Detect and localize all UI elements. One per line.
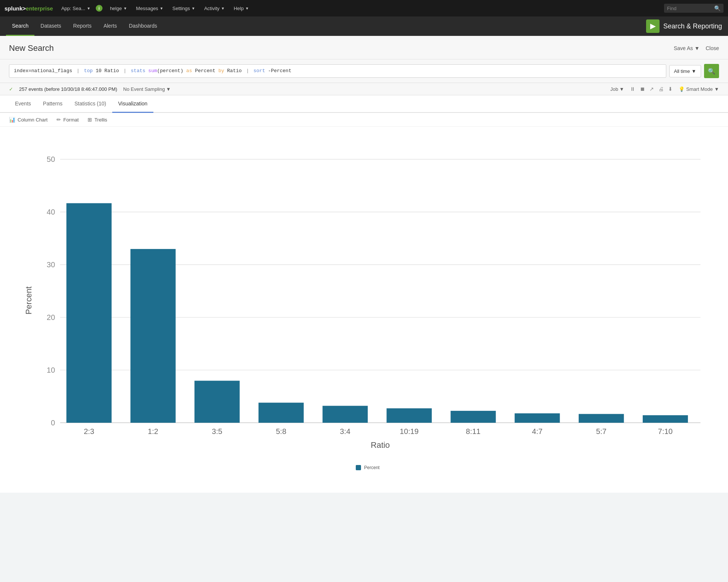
settings-menu[interactable]: Settings ▼ — [169, 0, 199, 16]
page-content: New Search Save As ▼ Close index=nationa… — [0, 36, 728, 493]
app-arrow-icon: ▶ — [650, 22, 655, 30]
time-caret-icon: ▼ — [691, 68, 696, 74]
svg-text:5:8: 5:8 — [276, 427, 286, 435]
legend-label: Percent — [364, 465, 379, 470]
status-bar: ✓ 257 events (before 10/30/18 8:46:47.00… — [0, 83, 728, 95]
page-title: New Search — [9, 43, 674, 53]
smart-mode-caret-icon: ▼ — [714, 86, 719, 92]
tab-patterns[interactable]: Patterns — [37, 95, 68, 113]
tab-events[interactable]: Events — [9, 95, 37, 113]
search-button[interactable]: 🔍 — [704, 64, 719, 78]
search-magnifier-icon: 🔍 — [708, 68, 715, 75]
app-title: Search & Reporting — [663, 22, 722, 30]
svg-text:3:4: 3:4 — [340, 427, 351, 435]
sampling-caret-icon: ▼ — [166, 86, 171, 92]
format-icon: ✏ — [56, 117, 61, 123]
logo[interactable]: splunk>enterprise — [4, 5, 53, 12]
svg-text:1:2: 1:2 — [148, 427, 158, 435]
bar-4-7 — [515, 413, 560, 423]
svg-text:10: 10 — [47, 366, 55, 374]
chart-type-selector[interactable]: 📊 Column Chart — [9, 117, 48, 123]
logo-enterprise: enterprise — [26, 5, 53, 12]
smart-mode-icon: 💡 — [679, 86, 685, 92]
format-button[interactable]: ✏ Format — [56, 117, 79, 123]
column-chart: Percent 50 40 30 20 10 0 — [22, 134, 713, 461]
svg-text:2:3: 2:3 — [84, 427, 94, 435]
messages-menu[interactable]: Messages ▼ — [132, 0, 167, 16]
chart-svg-wrapper: Percent 50 40 30 20 10 0 — [22, 134, 713, 461]
tabs-bar: Events Patterns Statistics (10) Visualiz… — [0, 95, 728, 113]
svg-text:4:7: 4:7 — [532, 427, 542, 435]
bar-5-8 — [259, 403, 304, 423]
app-caret-icon: ▼ — [87, 6, 91, 10]
event-sampling-dropdown[interactable]: No Event Sampling ▼ — [123, 86, 171, 92]
find-search-icon: 🔍 — [714, 5, 721, 11]
second-navigation: Search Datasets Reports Alerts Dashboard… — [0, 16, 728, 36]
svg-text:5:7: 5:7 — [596, 427, 606, 435]
status-action-icons: ⏸ ⏹ ↗ 🖨 ⬇ — [630, 86, 673, 92]
activity-caret-icon: ▼ — [221, 6, 225, 10]
tab-statistics[interactable]: Statistics (10) — [68, 95, 112, 113]
smart-mode-selector[interactable]: 💡 Smart Mode ▼ — [679, 86, 719, 92]
search-bar-area: index=national_flags | top 10 Ratio | st… — [0, 59, 728, 83]
page-header: New Search Save As ▼ Close — [0, 36, 728, 59]
help-caret-icon: ▼ — [245, 6, 249, 10]
app-badge: ▶ Search & Reporting — [646, 19, 722, 33]
find-input[interactable] — [667, 6, 712, 11]
status-check-icon: ✓ — [9, 86, 13, 92]
help-menu[interactable]: Help ▼ — [230, 0, 253, 16]
top-navigation: splunk>enterprise App: Sea... ▼ i helge … — [0, 0, 728, 16]
svg-text:3:5: 3:5 — [212, 427, 222, 435]
svg-text:30: 30 — [47, 261, 55, 269]
legend-color-swatch — [356, 465, 361, 470]
search-input-wrapper[interactable]: index=national_flags | top 10 Ratio | st… — [9, 64, 666, 78]
nav-item-datasets[interactable]: Datasets — [34, 16, 67, 36]
nav-items: Search Datasets Reports Alerts Dashboard… — [6, 16, 646, 36]
print-icon[interactable]: 🖨 — [658, 86, 664, 92]
app-icon: ▶ — [646, 19, 660, 33]
save-as-button[interactable]: Save As ▼ — [674, 45, 700, 51]
logo-splunk: splunk>enterprise — [4, 5, 53, 12]
tab-visualization[interactable]: Visualization — [112, 95, 153, 113]
x-axis-label: Ratio — [371, 440, 390, 450]
job-caret-icon: ▼ — [619, 86, 624, 92]
bar-5-7 — [579, 414, 624, 422]
app-selector[interactable]: App: Sea... ▼ — [58, 0, 94, 16]
trellis-icon: ⊞ — [88, 117, 92, 123]
stop-icon[interactable]: ⏹ — [640, 86, 645, 92]
svg-text:0: 0 — [51, 419, 55, 427]
info-icon[interactable]: i — [96, 5, 103, 12]
bar-2-3 — [66, 203, 111, 423]
column-chart-icon: 📊 — [9, 117, 15, 123]
chart-legend: Percent — [22, 465, 713, 470]
y-axis-label: Percent — [24, 286, 33, 314]
nav-item-alerts[interactable]: Alerts — [98, 16, 123, 36]
find-search-box[interactable]: 🔍 — [664, 4, 724, 13]
nav-item-search[interactable]: Search — [6, 16, 34, 36]
svg-text:10:19: 10:19 — [400, 427, 419, 435]
user-caret-icon: ▼ — [123, 6, 127, 10]
share-icon[interactable]: ↗ — [649, 86, 654, 92]
bar-10-19 — [386, 408, 432, 423]
bar-3-5 — [195, 381, 240, 423]
header-actions: Save As ▼ Close — [674, 45, 719, 51]
trellis-button[interactable]: ⊞ Trellis — [88, 117, 107, 123]
svg-text:8:11: 8:11 — [466, 427, 480, 435]
time-range-picker[interactable]: All time ▼ — [669, 65, 701, 77]
nav-item-reports[interactable]: Reports — [67, 16, 98, 36]
viz-toolbar: 📊 Column Chart ✏ Format ⊞ Trellis — [0, 113, 728, 127]
bar-1-2 — [131, 249, 176, 423]
close-button[interactable]: Close — [706, 45, 719, 51]
pause-icon[interactable]: ⏸ — [630, 86, 635, 92]
svg-text:50: 50 — [47, 155, 55, 163]
svg-text:40: 40 — [47, 208, 55, 216]
chart-area: Percent 50 40 30 20 10 0 — [0, 127, 728, 493]
user-menu[interactable]: helge ▼ — [106, 0, 131, 16]
job-button[interactable]: Job ▼ — [610, 86, 624, 92]
bar-3-4 — [322, 406, 368, 423]
download-icon[interactable]: ⬇ — [668, 86, 673, 92]
events-count-text: 257 events (before 10/30/18 8:46:47.000 … — [19, 86, 117, 92]
nav-item-dashboards[interactable]: Dashboards — [123, 16, 163, 36]
activity-menu[interactable]: Activity ▼ — [201, 0, 229, 16]
messages-caret-icon: ▼ — [160, 6, 163, 10]
